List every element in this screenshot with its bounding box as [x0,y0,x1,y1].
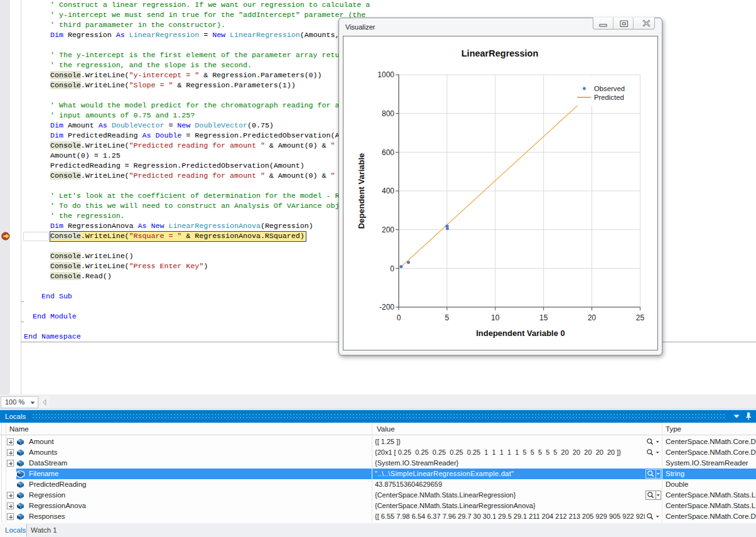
svg-text:10: 10 [491,313,500,322]
svg-text:15: 15 [539,313,548,322]
svg-text:Independent Variable 0: Independent Variable 0 [476,328,565,338]
svg-text:-200: -200 [379,303,394,312]
svg-text:0: 0 [397,313,401,322]
svg-text:5: 5 [445,313,450,322]
svg-text:LinearRegression: LinearRegression [462,48,539,58]
svg-text:600: 600 [382,148,394,157]
svg-text:20: 20 [588,313,597,322]
svg-text:Observed: Observed [594,85,625,92]
svg-text:0: 0 [390,264,394,273]
svg-text:Predicted: Predicted [594,94,624,101]
svg-text:Dependent Variable: Dependent Variable [357,153,366,229]
svg-text:1000: 1000 [377,70,394,79]
svg-text:25: 25 [636,313,645,322]
svg-text:400: 400 [382,187,394,195]
svg-text:800: 800 [382,109,394,118]
svg-text:200: 200 [382,225,394,234]
